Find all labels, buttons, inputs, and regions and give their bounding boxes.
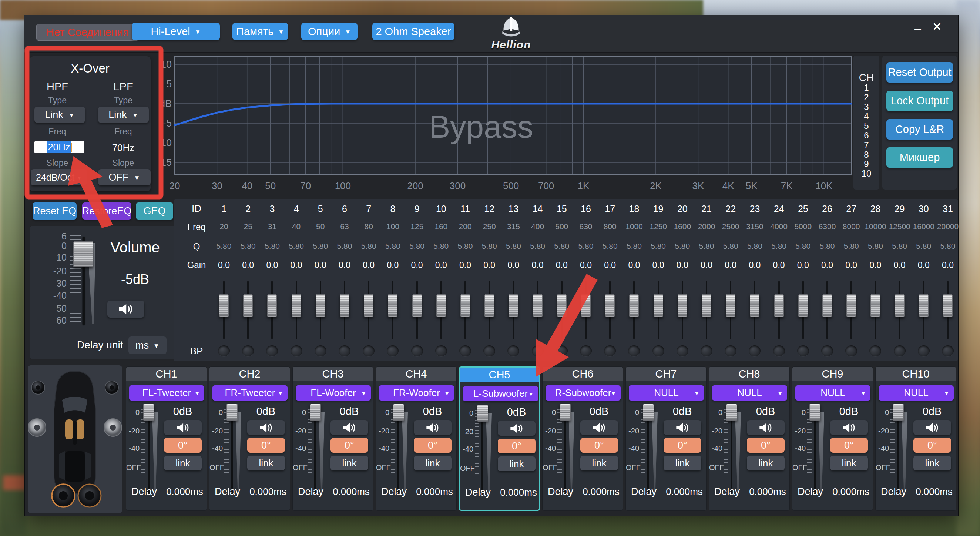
eq-bp-button[interactable] [845,345,857,356]
eq-slider-handle[interactable] [340,294,349,317]
eq-bp-button[interactable] [701,345,713,356]
channel-header[interactable]: CH3 [293,367,373,381]
eq-slider-handle[interactable] [822,294,832,317]
eq-bp-button[interactable] [411,345,423,356]
eq-slider-handle[interactable] [316,294,325,317]
eq-bp-button[interactable] [676,345,688,356]
eq-bp-button[interactable] [942,345,954,356]
eq-slider-handle[interactable] [484,294,494,317]
eq-slider-handle[interactable] [750,294,759,317]
eq-slider-handle[interactable] [774,294,784,317]
eq-bp-button[interactable] [339,345,350,356]
channel-link-button[interactable]: link [663,456,701,471]
eq-slider-handle[interactable] [798,294,808,317]
eq-bp-button[interactable] [459,345,471,356]
eq-slider-handle[interactable] [678,294,687,317]
channel-header[interactable]: CH1 [126,367,207,381]
geq-button[interactable]: GEQ [136,202,173,219]
channel-fader-handle[interactable] [810,404,821,421]
eq-slider-handle[interactable] [388,294,398,317]
menu-button-hi-level[interactable]: Hi-Level▼ [132,23,220,40]
channel-source-select[interactable]: FL-Woofer ▼ [296,385,371,401]
eq-slider-handle[interactable] [895,294,905,317]
eq-bp-button[interactable] [387,345,399,356]
eq-bp-button[interactable] [773,345,785,356]
eq-slider-handle[interactable] [292,294,301,317]
channel-header[interactable]: CH7 [626,367,706,381]
eq-slider-handle[interactable] [243,294,253,317]
channel-source-select[interactable]: NULL ▼ [878,385,954,401]
channel-fader-handle[interactable] [643,404,654,421]
channel-source-select[interactable]: FR-Woofer ▼ [379,385,454,401]
eq-slider-handle[interactable] [581,294,591,317]
eq-bp-button[interactable] [749,345,760,356]
eq-slider-handle[interactable] [702,294,711,317]
channel-source-select[interactable]: FL-Tweeter ▼ [129,385,204,401]
channel-source-select[interactable]: NULL ▼ [712,385,787,401]
eq-bp-button[interactable] [315,345,326,356]
channel-link-button[interactable]: link [913,456,951,471]
eq-bp-button[interactable] [266,345,278,356]
eq-slider-handle[interactable] [509,294,518,317]
channel-fader-handle[interactable] [393,404,404,421]
channel-fader-handle[interactable] [226,404,238,421]
lpf-type-select[interactable]: Link ▼ [98,107,149,123]
copy-lr-button[interactable]: Copy L&R [886,119,953,140]
eq-bp-button[interactable] [242,345,254,356]
channel-mute-button[interactable] [580,420,618,435]
eq-bp-button[interactable] [869,345,881,356]
channel-phase-button[interactable]: 0° [247,438,285,453]
eq-bp-button[interactable] [556,345,568,356]
eq-bp-button[interactable] [483,345,495,356]
eq-slider-handle[interactable] [726,294,735,317]
eq-slider-handle[interactable] [364,294,374,317]
lock-output-button[interactable]: Lock Output [886,91,953,111]
channel-phase-button[interactable]: 0° [830,438,868,453]
volume-fader-handle[interactable] [73,241,93,267]
eq-bp-button[interactable] [652,345,664,356]
eq-bp-button[interactable] [821,345,833,356]
eq-bp-button[interactable] [725,345,737,356]
eq-slider-handle[interactable] [870,294,880,317]
channel-header[interactable]: CH5 [460,367,539,382]
channel-link-button[interactable]: link [247,456,285,471]
reset-eq-button[interactable]: Reset EQ [33,202,76,219]
channel-mute-button[interactable] [830,420,868,435]
eq-bp-button[interactable] [218,345,230,356]
eq-slider-handle[interactable] [654,294,663,317]
channel-phase-button[interactable]: 0° [580,438,618,453]
channel-fader-handle[interactable] [477,405,488,421]
channel-header[interactable]: CH9 [792,367,873,381]
channel-header[interactable]: CH10 [876,367,956,381]
eq-slider-handle[interactable] [943,294,953,317]
eq-slider-handle[interactable] [919,294,929,317]
channel-mute-button[interactable] [913,420,951,435]
speaker-mode-button[interactable]: 2 Ohm Speaker [372,23,455,40]
eq-bp-button[interactable] [894,345,905,356]
channel-header[interactable]: CH8 [709,367,789,381]
hpf-slope-select[interactable]: 24dB/Oct ▼ [31,169,87,186]
channel-link-button[interactable]: link [580,456,618,471]
eq-bp-button[interactable] [604,345,616,356]
eq-bp-button[interactable] [532,345,544,356]
eq-slider-handle[interactable] [412,294,422,317]
reset-output-button[interactable]: Reset Output [886,62,953,83]
channel-source-select[interactable]: FR-Tweeter ▼ [212,385,288,401]
channel-link-button[interactable]: link [747,456,784,471]
channel-phase-button[interactable]: 0° [913,438,951,453]
channel-source-select[interactable]: NULL ▼ [795,385,870,401]
channel-source-select[interactable]: NULL ▼ [629,385,704,401]
eq-slider-handle[interactable] [605,294,615,317]
channel-source-select[interactable]: L-Subwoofer ▼ [463,386,538,401]
hpf-freq-input[interactable]: 20Hz [34,142,84,153]
eq-slider-handle[interactable] [219,294,229,317]
channel-mute-button[interactable] [331,420,368,435]
menu-button-memory[interactable]: Память▼ [232,23,288,40]
eq-bp-button[interactable] [580,345,592,356]
volume-mute-button[interactable] [107,301,144,318]
minimize-button[interactable]: – [909,19,927,37]
eq-bp-button[interactable] [628,345,640,356]
channel-phase-button[interactable]: 0° [164,438,202,453]
eq-slider-handle[interactable] [557,294,566,317]
channel-mute-button[interactable] [164,420,202,435]
